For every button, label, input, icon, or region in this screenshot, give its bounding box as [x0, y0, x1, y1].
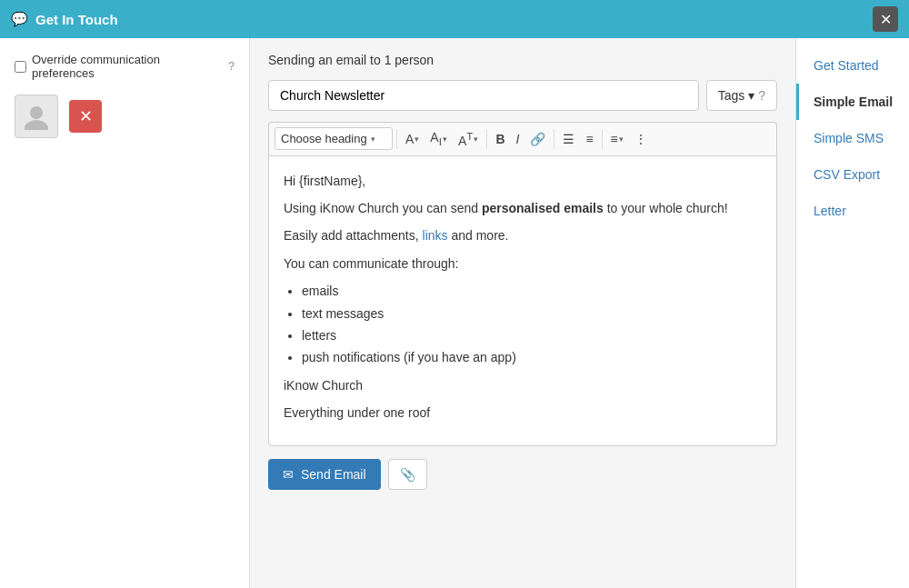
attach-button[interactable]: 📎 [388, 459, 427, 490]
heading-dropdown-label: Choose heading [281, 132, 367, 145]
main-layout: Override communication preferences ? ✕ S… [0, 38, 909, 588]
toolbar-divider-1 [396, 129, 397, 149]
override-label: Override communication preferences [32, 53, 223, 80]
tags-caret-icon: ▾ [748, 88, 754, 103]
subject-row: Tags ▾ ? [268, 80, 777, 111]
sidebar-item-simple-sms[interactable]: Simple SMS [796, 120, 909, 156]
font-color-caret-icon: ▾ [415, 135, 419, 144]
send-icon: ✉ [283, 467, 294, 482]
bold-button[interactable]: B [491, 128, 509, 150]
link-button[interactable]: 🔗 [525, 128, 550, 150]
align-caret-icon: ▾ [619, 135, 624, 144]
more-options-icon: ⋮ [634, 132, 647, 146]
subject-input[interactable] [268, 80, 699, 111]
sending-info: Sending an email to 1 person [268, 53, 777, 67]
close-button[interactable]: ✕ [873, 6, 898, 32]
tags-help-icon: ? [758, 88, 765, 103]
app-header: 💬 Get In Touch ✕ [0, 0, 909, 38]
font-color-label: A [405, 132, 414, 146]
list-item: emails [302, 281, 762, 301]
italic-label: I [516, 132, 520, 146]
sidebar-item-get-started[interactable]: Get Started [796, 47, 909, 84]
remove-person-button[interactable]: ✕ [69, 100, 102, 133]
bullet-list-button[interactable]: ☰ [558, 128, 579, 150]
right-sidebar: Get Started Simple Email Simple SMS CSV … [795, 38, 909, 588]
toolbar-divider-4 [602, 129, 603, 149]
heading-caret-icon: ▾ [371, 135, 375, 144]
avatar-row: ✕ [15, 95, 235, 138]
format-label: AT [458, 130, 473, 148]
sidebar-item-simple-email[interactable]: Simple Email [796, 84, 909, 120]
bottom-row: ✉ Send Email 📎 [268, 459, 777, 490]
editor-line-5: iKnow Church [284, 375, 762, 395]
tags-button[interactable]: Tags ▾ ? [706, 80, 777, 111]
font-size-caret-icon: ▾ [443, 135, 447, 144]
header-icon: 💬 [11, 11, 28, 27]
font-size-label: AI [430, 130, 442, 147]
editor-area[interactable]: Hi {firstName}, Using iKnow Church you c… [268, 155, 777, 446]
format-button[interactable]: AT ▾ [454, 126, 483, 152]
tags-label: Tags [718, 88, 745, 103]
list-item: letters [302, 325, 762, 345]
format-caret-icon: ▾ [474, 135, 478, 144]
attach-icon: 📎 [400, 467, 415, 482]
toolbar-divider-2 [486, 129, 487, 149]
font-color-button[interactable]: A ▾ [401, 128, 424, 150]
toolbar-divider-3 [554, 129, 554, 149]
bold-label: B [495, 132, 504, 146]
list-item: text messages [302, 304, 762, 324]
svg-point-1 [25, 120, 48, 130]
override-checkbox[interactable] [15, 61, 26, 73]
editor-list: emails text messages letters push notifi… [302, 281, 762, 368]
editor-line-6: Everything under one roof [284, 403, 762, 423]
italic-button[interactable]: I [512, 128, 524, 150]
align-icon: ≡ [611, 132, 618, 146]
header-title-text: Get In Touch [35, 12, 118, 27]
link-icon: 🔗 [530, 132, 545, 146]
heading-dropdown[interactable]: Choose heading ▾ [275, 127, 393, 150]
override-row: Override communication preferences ? [15, 53, 235, 80]
editor-line-1: Hi {firstName}, [284, 171, 762, 191]
svg-point-0 [30, 106, 43, 119]
align-button[interactable]: ≡ ▾ [606, 128, 628, 150]
send-label: Send Email [301, 467, 366, 482]
bullet-list-icon: ☰ [563, 132, 574, 146]
list-item: push notifications (if you have an app) [302, 347, 762, 367]
sidebar-item-letter[interactable]: Letter [796, 193, 909, 229]
font-size-button[interactable]: AI ▾ [425, 126, 452, 151]
override-help-icon[interactable]: ? [228, 60, 235, 73]
numbered-list-icon: ≡ [585, 132, 593, 146]
app-title: 💬 Get In Touch [11, 11, 118, 27]
avatar [15, 95, 58, 138]
center-panel: Sending an email to 1 person Tags ▾ ? Ch… [250, 38, 795, 588]
sidebar-item-csv-export[interactable]: CSV Export [796, 156, 909, 193]
editor-line-4: You can communicate through: [284, 254, 762, 274]
numbered-list-button[interactable]: ≡ [581, 128, 597, 150]
editor-toolbar: Choose heading ▾ A ▾ AI ▾ AT ▾ B I [268, 122, 777, 155]
editor-link[interactable]: links [423, 228, 448, 243]
more-options-button[interactable]: ⋮ [630, 128, 652, 150]
editor-line-3: Easily add attachments, links and more. [284, 225, 762, 245]
editor-line-2: Using iKnow Church you can send personal… [284, 198, 762, 218]
left-panel: Override communication preferences ? ✕ [0, 38, 250, 588]
send-email-button[interactable]: ✉ Send Email [268, 459, 381, 490]
